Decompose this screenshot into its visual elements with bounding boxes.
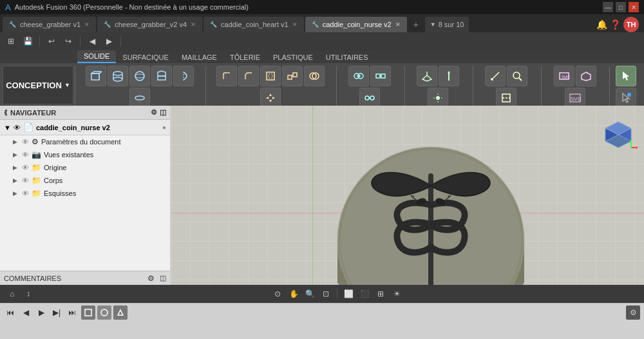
undo-icon[interactable]: ↩: [44, 34, 59, 48]
nav-item-esquisses[interactable]: ▶ 👁 📁 Esquisses: [0, 187, 170, 200]
modifier-combine-btn[interactable]: [304, 66, 325, 86]
select-btn[interactable]: [616, 66, 636, 86]
comments-bar: COMMENTAIRES ⚙ ◫: [0, 271, 170, 285]
look-at-btn[interactable]: ↕: [21, 287, 35, 301]
svg-marker-50: [623, 72, 629, 81]
creer-revolve-btn[interactable]: [173, 66, 194, 86]
minimize-button[interactable]: —: [603, 2, 613, 12]
modifier-fillet-btn[interactable]: [216, 66, 237, 86]
nav-arrow: ▶: [13, 177, 19, 184]
conception-button[interactable]: CONCEPTION ▼: [3, 66, 73, 104]
svg-marker-22: [272, 97, 275, 99]
svg-point-29: [365, 96, 369, 100]
nav-resize-icon[interactable]: ◫: [160, 108, 166, 117]
tab-label: cheese_grabber_v2 v4: [115, 21, 187, 28]
timeline-start-btn[interactable]: ⏮: [4, 306, 17, 319]
ribbon-tab-surfacique[interactable]: SURFACIQUE: [116, 52, 175, 63]
timeline-item-2[interactable]: [97, 305, 111, 320]
nav-item-origine[interactable]: ▶ 👁 📁 Origine: [0, 161, 170, 174]
modifier-chamfer-btn[interactable]: [238, 66, 259, 86]
maximize-button[interactable]: □: [616, 2, 626, 12]
nav-item-params[interactable]: ▶ 👁 ⚙ Paramètres du document: [0, 135, 170, 148]
nav-collapse-icon[interactable]: ⟪: [4, 109, 8, 116]
ribbon-tab-utilitaires[interactable]: UTILITAIRES: [319, 52, 375, 63]
svg-point-42: [513, 72, 520, 79]
user-avatar[interactable]: TH: [623, 17, 639, 32]
timeline-settings-btn[interactable]: ⚙: [626, 305, 640, 320]
timeline-item-3[interactable]: [113, 305, 128, 320]
nav-item-corps[interactable]: ▶ 👁 📁 Corps: [0, 174, 170, 187]
inspecter-measure-btn[interactable]: [485, 66, 506, 86]
tab-cheese-grabber-v1[interactable]: 🔧 cheese_grabber v1 ✕: [3, 17, 96, 32]
axis-cube[interactable]: HAUT: [599, 112, 638, 151]
visual-style-btn[interactable]: ⬛: [357, 287, 372, 301]
zoom-btn[interactable]: 🔍: [303, 287, 317, 301]
comments-resize-icon[interactable]: ◫: [160, 274, 166, 282]
assembler-rigid-btn[interactable]: [370, 66, 391, 86]
viewport[interactable]: HAUT: [171, 106, 644, 285]
grid-icon[interactable]: ⊞: [4, 34, 18, 48]
construire-axis-btn[interactable]: [439, 66, 459, 86]
fit-btn[interactable]: ⊡: [319, 287, 333, 301]
timeline-play-btn[interactable]: ▶: [35, 306, 48, 319]
comments-settings-icon[interactable]: ⚙: [147, 274, 155, 283]
nav-root-eye[interactable]: 👁: [14, 124, 21, 131]
help-icon[interactable]: ❓: [610, 19, 621, 30]
nav-eye[interactable]: 👁: [22, 138, 29, 146]
back-icon[interactable]: ◀: [85, 34, 99, 48]
tab-close-icon[interactable]: ✕: [395, 21, 401, 28]
environment-btn[interactable]: ☀: [390, 287, 404, 301]
3d-model: [321, 106, 540, 285]
ribbon-tab-plastique[interactable]: PLASTIQUE: [267, 52, 319, 63]
close-button[interactable]: ✕: [629, 2, 639, 12]
display-mode-btn[interactable]: ⬜: [341, 287, 355, 301]
inserer-image-btn[interactable]: IMG: [554, 66, 574, 86]
timeline-next-btn[interactable]: ▶|: [50, 306, 63, 319]
ribbon-tab-maillage[interactable]: MAILLAGE: [175, 52, 223, 63]
nav-eye[interactable]: 👁: [22, 189, 29, 197]
assembler-joint-btn[interactable]: [348, 66, 369, 86]
modifier-scale-btn[interactable]: [282, 66, 303, 86]
nav-root-item[interactable]: ▼ 👁 📄 caddie_coin_nurse v2 ●: [0, 120, 170, 135]
new-tab-button[interactable]: +: [408, 17, 424, 32]
nav-root-expand[interactable]: ▼: [4, 124, 11, 131]
redo-icon[interactable]: ↪: [61, 34, 75, 48]
tab-count[interactable]: ▼ 8 sur 10: [425, 17, 469, 32]
nav-eye[interactable]: 👁: [22, 164, 29, 171]
timeline-end-btn[interactable]: ⏭: [66, 306, 79, 319]
pan-btn[interactable]: ✋: [287, 287, 301, 301]
tab-caddie-nurse[interactable]: 🔧 caddie_coin_nurse v2 ✕: [305, 17, 407, 32]
tab-cheese-grabber-v2[interactable]: 🔧 cheese_grabber_v2 v4 ✕: [97, 17, 202, 32]
svg-rect-9: [158, 76, 166, 80]
modifier-tools: [209, 66, 332, 108]
creer-extrude-btn[interactable]: [151, 66, 172, 86]
grid-toggle-btn[interactable]: ⊞: [374, 287, 388, 301]
timeline-prev-btn[interactable]: ◀: [19, 306, 32, 319]
nav-item-vues[interactable]: ▶ 👁 📷 Vues existantes: [0, 148, 170, 161]
modifier-shell-btn[interactable]: [260, 66, 281, 86]
tab-caddie-heart[interactable]: 🔧 caddie_coin_heart v1 ✕: [204, 17, 304, 32]
home-view-btn[interactable]: ⌂: [5, 287, 19, 301]
orbit-btn[interactable]: ⊙: [270, 287, 285, 301]
nav-settings-icon[interactable]: ⚙: [151, 108, 157, 117]
inserer-mesh-btn[interactable]: [576, 66, 596, 86]
tab-close-icon[interactable]: ✕: [84, 21, 90, 28]
notification-icon[interactable]: 🔔: [596, 19, 607, 30]
inspecter-analysis-btn[interactable]: [507, 66, 527, 86]
inserer-tools: IMG SVG: [544, 66, 605, 108]
nav-eye[interactable]: 👁: [22, 177, 29, 184]
tab-close-icon[interactable]: ✕: [292, 21, 298, 28]
creer-sphere-btn[interactable]: [129, 66, 150, 86]
bottom-center-icons: ⊙ ✋ 🔍 ⊡ ⬜ ⬛ ⊞ ☀: [270, 287, 404, 301]
creer-cylinder-btn[interactable]: [108, 66, 128, 86]
timeline-item-1[interactable]: [81, 305, 95, 320]
ribbon-tab-solide[interactable]: SOLIDE: [77, 50, 116, 63]
nav-eye[interactable]: 👁: [22, 151, 29, 159]
construire-plane-btn[interactable]: [417, 66, 437, 86]
tab-close-icon[interactable]: ✕: [191, 21, 196, 28]
svg-rect-15: [293, 73, 297, 77]
save-icon[interactable]: 💾: [21, 34, 35, 48]
creer-box-btn[interactable]: [86, 66, 106, 86]
ribbon-tab-tolerie[interactable]: TÔLERIE: [223, 52, 267, 63]
forward-icon[interactable]: ▶: [102, 34, 116, 48]
